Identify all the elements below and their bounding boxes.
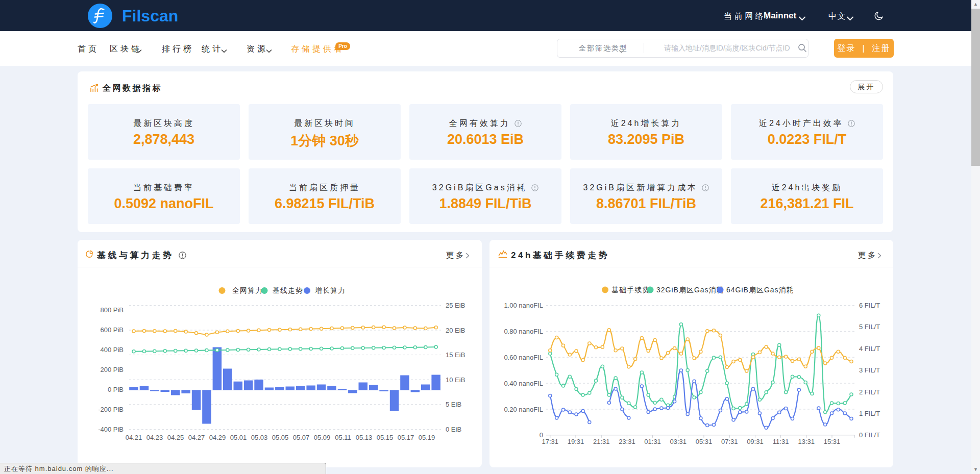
svg-text:10 EiB: 10 EiB — [446, 376, 465, 384]
svg-text:19:31: 19:31 — [568, 438, 584, 445]
svg-text:200 PiB: 200 PiB — [100, 366, 124, 373]
svg-text:05.11: 05.11 — [335, 434, 351, 441]
svg-text:05.03: 05.03 — [251, 434, 268, 441]
svg-text:05.01: 05.01 — [230, 434, 247, 441]
svg-text:0.80 nanoFIL: 0.80 nanoFIL — [504, 328, 543, 335]
svg-text:2 FIL/T: 2 FIL/T — [859, 388, 880, 396]
svg-text:20 EiB: 20 EiB — [446, 327, 465, 334]
svg-text:0 PiB: 0 PiB — [108, 386, 124, 393]
svg-text:11:31: 11:31 — [773, 438, 789, 445]
svg-text:32GiB扇区Gas消耗: 32GiB扇区Gas消耗 — [656, 286, 724, 294]
svg-text:64GiB扇区Gas消耗: 64GiB扇区Gas消耗 — [726, 286, 794, 294]
svg-text:17:31: 17:31 — [542, 438, 559, 445]
svg-text:25 EiB: 25 EiB — [446, 302, 465, 309]
svg-text:800 PiB: 800 PiB — [100, 306, 124, 314]
svg-text:基础手续费: 基础手续费 — [611, 286, 650, 294]
svg-text:400 PiB: 400 PiB — [100, 346, 124, 354]
svg-text:23:31: 23:31 — [619, 438, 635, 445]
svg-text:21:31: 21:31 — [593, 438, 610, 445]
svg-text:05.07: 05.07 — [293, 434, 310, 441]
svg-text:全网算力: 全网算力 — [232, 286, 263, 294]
svg-text:3 FIL/T: 3 FIL/T — [859, 366, 880, 374]
svg-text:5 EiB: 5 EiB — [446, 401, 461, 408]
svg-text:增长算力: 增长算力 — [314, 286, 346, 294]
svg-text:04.29: 04.29 — [209, 434, 226, 441]
svg-text:0 EiB: 0 EiB — [446, 426, 461, 433]
svg-text:15:31: 15:31 — [824, 438, 841, 445]
svg-text:05.15: 05.15 — [377, 434, 394, 441]
svg-text:05.19: 05.19 — [419, 434, 435, 441]
svg-text:1 FIL/T: 1 FIL/T — [859, 410, 880, 417]
svg-text:0.20 nanoFIL: 0.20 nanoFIL — [504, 406, 543, 413]
svg-text:6 FIL/T: 6 FIL/T — [859, 302, 880, 309]
svg-text:05.13: 05.13 — [356, 434, 373, 441]
svg-text:04.21: 04.21 — [126, 434, 142, 441]
svg-text:-400 PiB: -400 PiB — [98, 426, 124, 433]
svg-text:600 PiB: 600 PiB — [100, 326, 124, 334]
svg-text:15 EiB: 15 EiB — [446, 351, 465, 359]
svg-text:09:31: 09:31 — [747, 438, 764, 445]
svg-text:04.25: 04.25 — [167, 434, 184, 441]
svg-text:05.17: 05.17 — [398, 434, 414, 441]
svg-text:01:31: 01:31 — [644, 438, 661, 445]
svg-text:4 FIL/T: 4 FIL/T — [859, 345, 880, 353]
svg-text:04.23: 04.23 — [146, 434, 163, 441]
svg-text:05:31: 05:31 — [696, 438, 713, 445]
svg-text:基线走势: 基线走势 — [273, 286, 303, 294]
svg-text:0.60 nanoFIL: 0.60 nanoFIL — [504, 354, 543, 361]
svg-text:0.40 nanoFIL: 0.40 nanoFIL — [504, 380, 543, 387]
svg-text:07:31: 07:31 — [721, 438, 738, 445]
svg-text:05.05: 05.05 — [272, 434, 289, 441]
svg-text:05.09: 05.09 — [314, 434, 331, 441]
svg-text:13:31: 13:31 — [798, 438, 815, 445]
svg-text:1.00 nanoFIL: 1.00 nanoFIL — [504, 302, 543, 309]
svg-text:5 FIL/T: 5 FIL/T — [859, 323, 880, 331]
svg-text:-200 PiB: -200 PiB — [98, 406, 124, 413]
svg-text:04.27: 04.27 — [188, 434, 205, 441]
svg-text:03:31: 03:31 — [670, 438, 687, 445]
svg-text:0 FIL/T: 0 FIL/T — [859, 431, 880, 439]
